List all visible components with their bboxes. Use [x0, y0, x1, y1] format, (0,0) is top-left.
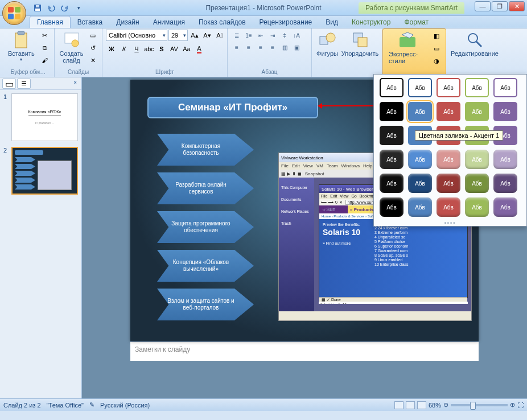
redo-icon[interactable] — [59, 2, 71, 14]
slide-title-shape[interactable]: Семинар «ИТ Профит» — [147, 97, 318, 118]
shape-effects-icon[interactable]: ◑ — [431, 55, 442, 67]
arrow-4[interactable]: Концепция «Облаков вычислений» — [157, 250, 254, 282]
quickstyles-gallery[interactable]: АбвАбвАбвАбвАбвАбвАбвАбвАбвАбвАбвАбвАбвА… — [373, 74, 527, 227]
style-swatch[interactable]: Абв — [408, 150, 432, 169]
style-swatch[interactable]: Абв — [493, 102, 517, 121]
shapes-button[interactable]: Фигуры — [315, 30, 339, 58]
outline-tab-icon[interactable]: ≡ — [17, 79, 31, 89]
char-spacing-icon[interactable]: AV — [168, 43, 180, 55]
style-swatch[interactable]: Абв — [380, 150, 404, 169]
grow-font-icon[interactable]: A▴ — [189, 30, 200, 41]
tab-home[interactable]: Главная — [30, 16, 71, 28]
style-swatch[interactable]: Абв — [493, 150, 517, 169]
close-button[interactable]: ✕ — [509, 1, 525, 11]
office-button[interactable] — [2, 1, 26, 25]
style-swatch[interactable]: Абв — [408, 197, 432, 217]
font-family-combo[interactable]: Calibri (Основно — [106, 30, 167, 41]
shape-outline-icon[interactable]: ▭ — [431, 43, 442, 54]
style-swatch[interactable]: Абв — [380, 174, 404, 193]
style-swatch[interactable]: Абв — [437, 174, 460, 193]
save-icon[interactable] — [32, 2, 43, 14]
copy-icon[interactable]: ⧉ — [39, 42, 51, 53]
style-swatch[interactable]: Абв — [380, 126, 404, 145]
style-swatch[interactable]: Абв — [493, 174, 517, 193]
underline-icon[interactable]: Ч — [131, 43, 142, 55]
align-center-icon[interactable]: ≡ — [243, 42, 254, 53]
zoom-slider[interactable] — [451, 404, 508, 406]
numbering-icon[interactable]: 1≡ — [243, 30, 254, 41]
columns-icon[interactable]: ▥ — [279, 42, 290, 53]
thumbnail-2[interactable] — [11, 147, 78, 195]
arrow-3[interactable]: Защита программного обеспечения — [157, 211, 254, 243]
arrow-2[interactable]: Разработка онлайн сервисов — [157, 172, 254, 204]
style-swatch[interactable]: Абв — [465, 102, 489, 121]
style-swatch[interactable]: Абв — [437, 197, 460, 217]
bold-icon[interactable]: Ж — [106, 43, 117, 55]
arrow-1[interactable]: Компьютерная безопасность — [157, 134, 254, 166]
zoom-out-icon[interactable]: ⊖ — [443, 401, 448, 409]
maximize-button[interactable]: ❐ — [492, 1, 508, 11]
arrange-button[interactable]: Упорядочить — [341, 30, 378, 58]
language-indicator[interactable]: Русский (Россия) — [100, 402, 150, 409]
style-swatch[interactable]: Абв — [437, 78, 460, 97]
shadow-icon[interactable]: S — [156, 43, 167, 55]
font-color-icon[interactable]: A — [193, 43, 205, 55]
paste-button[interactable]: Вставить ▾ — [6, 30, 37, 63]
style-swatch[interactable]: Абв — [380, 197, 404, 217]
clear-format-icon[interactable]: Aͯ — [214, 30, 225, 41]
undo-icon[interactable] — [46, 2, 57, 14]
style-swatch[interactable]: Абв — [380, 102, 404, 121]
dec-indent-icon[interactable]: ⇤ — [255, 30, 266, 41]
style-swatch[interactable]: Абв — [437, 150, 460, 169]
convert-smartart-icon[interactable]: ▣ — [291, 42, 302, 53]
thumbnail-1[interactable]: Компания «РПЖ» IT practicum ... — [11, 93, 78, 141]
slideshow-view-icon[interactable] — [417, 401, 426, 409]
layout-icon[interactable]: ▭ — [87, 30, 98, 41]
style-swatch[interactable]: Абв — [465, 174, 489, 193]
quickstyles-button[interactable]: Экспресс-стили — [386, 30, 429, 65]
align-right-icon[interactable]: ≡ — [255, 42, 266, 53]
style-swatch[interactable]: Абв — [465, 197, 489, 217]
tab-constructor[interactable]: Конструктор — [345, 17, 397, 28]
qat-customize-icon[interactable]: ▾ — [73, 2, 84, 14]
arrow-5[interactable]: Взлом и защита сайтов и веб-порталов — [157, 289, 254, 320]
reset-icon[interactable]: ↺ — [87, 42, 98, 53]
tab-design[interactable]: Дизайн — [109, 17, 146, 28]
style-swatch[interactable]: Абв — [408, 174, 432, 193]
strike-icon[interactable]: abc — [143, 43, 155, 55]
justify-icon[interactable]: ≡ — [267, 42, 278, 53]
delete-slide-icon[interactable]: ✕ — [87, 55, 98, 66]
tab-format[interactable]: Формат — [397, 17, 435, 28]
notes-pane[interactable]: Заметки к слайду — [130, 341, 479, 361]
tab-view[interactable]: Вид — [319, 17, 345, 28]
cut-icon[interactable]: ✂ — [39, 30, 51, 41]
panel-close-icon[interactable]: x — [72, 79, 80, 88]
shrink-font-icon[interactable]: A▾ — [201, 30, 213, 41]
fit-window-icon[interactable]: ⛶ — [517, 402, 524, 409]
editing-button[interactable]: Редактирование — [450, 30, 500, 58]
change-case-icon[interactable]: Aa — [181, 43, 192, 55]
tab-slideshow[interactable]: Показ слайдов — [192, 17, 253, 28]
spellcheck-icon[interactable]: ✎ — [89, 401, 94, 409]
line-spacing-icon[interactable]: ‡ — [279, 30, 290, 41]
style-swatch[interactable]: Абв — [465, 150, 489, 169]
tab-animation[interactable]: Анимация — [146, 17, 192, 28]
zoom-in-icon[interactable]: ⊕ — [510, 401, 515, 409]
style-swatch[interactable]: Абв — [408, 78, 432, 97]
shape-fill-icon[interactable]: ◧ — [431, 30, 442, 42]
style-swatch[interactable]: Абв — [408, 102, 432, 121]
text-direction-icon[interactable]: ↕A — [291, 30, 302, 41]
tab-insert[interactable]: Вставка — [71, 17, 110, 28]
style-swatch[interactable]: Абв — [493, 197, 517, 217]
format-painter-icon[interactable]: 🖌 — [39, 55, 51, 66]
italic-icon[interactable]: К — [118, 43, 130, 55]
bullets-icon[interactable]: ≣ — [231, 30, 242, 41]
align-left-icon[interactable]: ≡ — [231, 42, 242, 53]
style-swatch[interactable]: Абв — [380, 78, 404, 97]
smartart-arrows[interactable]: Компьютерная безопасность Разработка онл… — [157, 134, 254, 320]
font-size-combo[interactable]: 29 — [168, 30, 188, 41]
normal-view-icon[interactable] — [394, 401, 404, 409]
sorter-view-icon[interactable] — [406, 401, 415, 409]
style-swatch[interactable]: Абв — [465, 78, 489, 97]
gallery-resize-grip[interactable]: •••• — [376, 221, 524, 225]
